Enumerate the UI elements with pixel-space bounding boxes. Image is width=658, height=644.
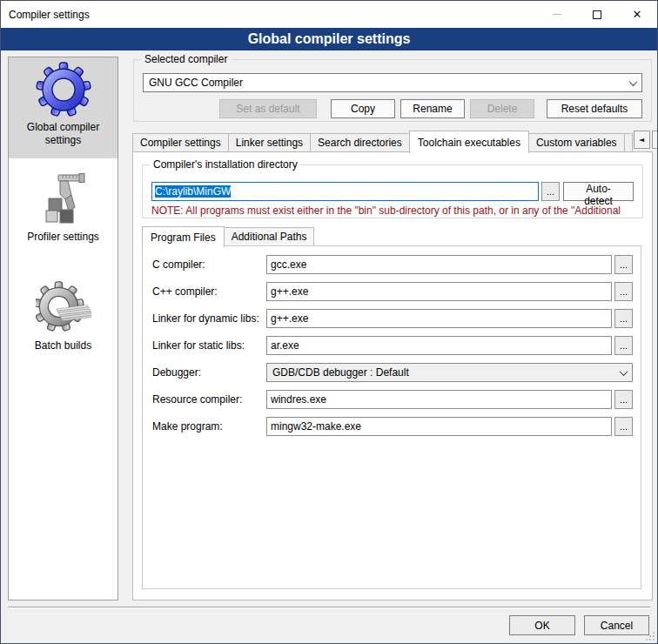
close-icon: ✕: [633, 9, 642, 20]
tab-toolchain-executables[interactable]: Toolchain executables: [409, 131, 529, 153]
program-files-page: C compiler: ... C++ compiler: ... Linker…: [142, 245, 641, 589]
resource-compiler-row: Resource compiler: ...: [152, 390, 633, 409]
gear-icon: [36, 62, 91, 117]
group-label: Compiler's installation directory: [150, 158, 301, 171]
tab-search-directories[interactable]: Search directories: [310, 133, 410, 152]
cpp-compiler-browse-button[interactable]: ...: [614, 282, 633, 301]
c-compiler-input[interactable]: [266, 255, 612, 274]
tab-scroll-left-button[interactable]: ◄: [634, 131, 650, 149]
make-program-input[interactable]: [266, 417, 612, 436]
dynamic-linker-input[interactable]: [266, 309, 612, 328]
tab-additional-paths[interactable]: Additional Paths: [224, 227, 315, 246]
tab-build-options[interactable]: Build: [624, 133, 633, 152]
dynamic-linker-browse-button[interactable]: ...: [614, 309, 633, 328]
resource-compiler-browse-button[interactable]: ...: [614, 390, 633, 409]
field-label: C++ compiler:: [152, 285, 266, 298]
delete-button: Delete: [470, 99, 534, 118]
sidebar-item-label: Profiler settings: [27, 231, 99, 244]
main-panel: Selected compiler GNU GCC Compiler Set a…: [132, 57, 653, 600]
page-title: Global compiler settings: [1, 28, 657, 50]
cpp-compiler-row: C++ compiler: ...: [152, 282, 633, 301]
selected-compiler-group: Selected compiler GNU GCC Compiler Set a…: [133, 59, 652, 122]
caption-buttons: ✕: [537, 1, 657, 28]
maximize-button[interactable]: [577, 1, 617, 28]
gear-papers-icon: [36, 280, 91, 336]
field-label: Debugger:: [152, 366, 266, 379]
toolchain-executables-page: Compiler's installation directory C:\ray…: [132, 151, 653, 600]
settings-tabs: Compiler settings Linker settings Search…: [132, 130, 653, 152]
window-title: Compiler settings: [9, 9, 90, 21]
dynamic-linker-row: Linker for dynamic libs: ...: [152, 309, 633, 328]
installation-directory-row: C:\raylib\MinGW ... Auto-detect: [151, 182, 634, 201]
bin-subdirectory-note: NOTE: All programs must exist either in …: [151, 205, 641, 217]
debugger-select-value: GDB/CDB debugger : Default: [272, 366, 621, 379]
minimize-button[interactable]: [537, 1, 577, 28]
make-program-row: Make program: ...: [152, 417, 633, 436]
compiler-settings-dialog: Compiler settings ✕ Global compiler sett…: [0, 0, 658, 644]
resource-compiler-input[interactable]: [266, 390, 612, 409]
reset-defaults-button[interactable]: Reset defaults: [547, 99, 642, 118]
debugger-select[interactable]: GDB/CDB debugger : Default: [266, 363, 633, 382]
make-program-browse-button[interactable]: ...: [614, 417, 633, 436]
sidebar-item-label: Global compiler settings: [11, 121, 115, 147]
resize-grip[interactable]: [645, 631, 655, 641]
c-compiler-row: C compiler: ...: [152, 255, 633, 274]
static-linker-row: Linker for static libs: ...: [152, 336, 633, 355]
tab-program-files[interactable]: Program Files: [142, 226, 225, 247]
caliper-icon: [36, 171, 91, 227]
c-compiler-browse-button[interactable]: ...: [614, 255, 633, 274]
tab-scroll-buttons: ◄ ►: [632, 131, 658, 149]
tab-compiler-settings[interactable]: Compiler settings: [132, 133, 229, 152]
static-linker-browse-button[interactable]: ...: [614, 336, 633, 355]
arrow-left-icon: ◄: [639, 136, 644, 144]
cancel-button[interactable]: Cancel: [584, 615, 649, 635]
installation-directory-group: Compiler's installation directory C:\ray…: [142, 164, 643, 218]
set-as-default-button: Set as default: [219, 99, 317, 118]
install-dir-input[interactable]: C:\raylib\MinGW: [151, 182, 539, 201]
compiler-actions: Set as default Copy Rename Delete Reset …: [143, 99, 642, 118]
cpp-compiler-input[interactable]: [266, 282, 612, 301]
sidebar-item-global-compiler-settings[interactable]: Global compiler settings: [9, 57, 118, 158]
sidebar-item-label: Batch builds: [35, 339, 91, 352]
program-tabs: Program Files Additional Paths: [142, 225, 641, 246]
install-dir-browse-button[interactable]: ...: [541, 182, 560, 201]
static-linker-input[interactable]: [266, 336, 612, 355]
tab-linker-settings[interactable]: Linker settings: [228, 133, 311, 152]
sidebar-item-batch-builds[interactable]: Batch builds: [9, 276, 118, 364]
tab-custom-variables[interactable]: Custom variables: [528, 133, 625, 152]
copy-button[interactable]: Copy: [331, 99, 395, 118]
settings-category-list: Global compiler settings Profiler settin…: [8, 57, 118, 600]
maximize-icon: [593, 10, 601, 19]
debugger-row: Debugger: GDB/CDB debugger : Default: [152, 363, 633, 382]
tab-scroll-right-button[interactable]: ►: [652, 131, 658, 149]
chevron-down-icon: [629, 77, 638, 86]
footer-divider: [8, 607, 650, 608]
chevron-down-icon: [620, 367, 628, 376]
auto-detect-button[interactable]: Auto-detect: [563, 182, 634, 201]
titlebar[interactable]: Compiler settings ✕: [1, 1, 657, 28]
field-label: Resource compiler:: [152, 393, 266, 406]
compiler-select[interactable]: GNU GCC Compiler: [143, 73, 642, 92]
compiler-select-value: GNU GCC Compiler: [149, 77, 630, 89]
field-label: Make program:: [152, 420, 266, 433]
field-label: Linker for static libs:: [152, 339, 266, 352]
field-label: C compiler:: [152, 258, 266, 271]
sidebar-item-profiler-settings[interactable]: Profiler settings: [9, 167, 118, 255]
field-label: Linker for dynamic libs:: [152, 312, 266, 325]
close-button[interactable]: ✕: [617, 1, 657, 28]
selected-text: C:\raylib\MinGW: [155, 185, 231, 198]
rename-button[interactable]: Rename: [400, 99, 465, 118]
minimize-icon: [553, 14, 561, 15]
ok-button[interactable]: OK: [509, 615, 575, 635]
group-label: Selected compiler: [141, 53, 231, 65]
